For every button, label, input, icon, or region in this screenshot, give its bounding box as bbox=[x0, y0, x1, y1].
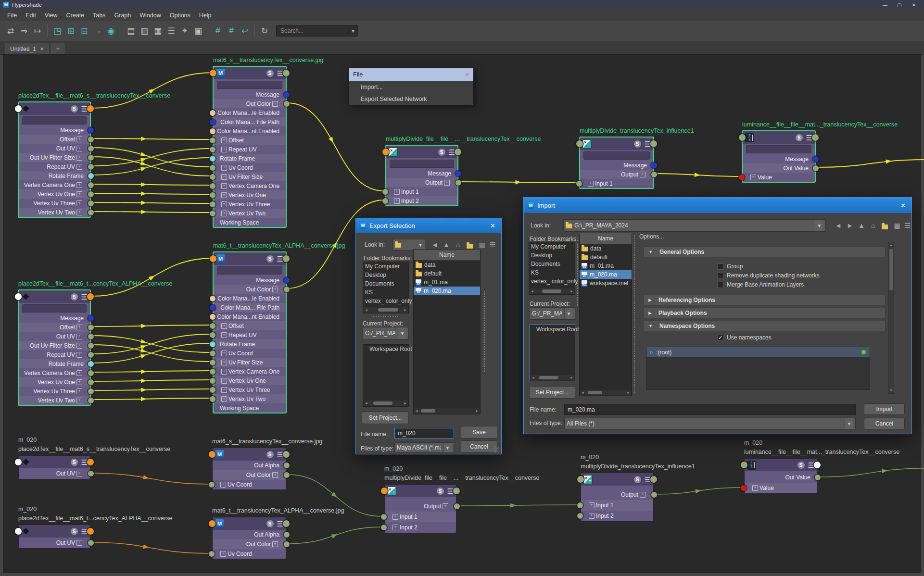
expand-plus-icon[interactable]: + bbox=[392, 525, 398, 530]
expand-plus-icon[interactable]: + bbox=[76, 164, 82, 170]
window-titlebar[interactable]: M Hypershade — ▢ ✕ bbox=[0, 0, 924, 10]
node-port-vertex-camera-one[interactable]: Vertex Camera One+ bbox=[19, 368, 90, 377]
menu-create[interactable]: Create bbox=[62, 10, 89, 21]
olive-port-dot[interactable] bbox=[88, 182, 94, 188]
expand-plus-icon[interactable]: + bbox=[76, 352, 82, 358]
expand-plus-icon[interactable]: + bbox=[272, 472, 278, 478]
orange-port-dot[interactable] bbox=[210, 70, 216, 76]
splitter-handle[interactable] bbox=[372, 316, 399, 317]
node-title-field[interactable] bbox=[386, 158, 457, 169]
node-port-uv-filter-size[interactable]: +Uv Filter Size bbox=[214, 358, 286, 367]
node-port-out-value[interactable]: Out Value bbox=[743, 163, 815, 173]
olive-port-dot[interactable] bbox=[88, 471, 94, 476]
shader-node-m020-multdiv-file[interactable]: ×÷S☰Output++Input 1+Input 2 bbox=[384, 484, 456, 533]
node-header[interactable]: MS☰ bbox=[214, 252, 286, 265]
expand-plus-icon[interactable]: + bbox=[76, 370, 82, 376]
expand-plus-icon[interactable]: + bbox=[221, 201, 227, 207]
grid-options-icon[interactable]: # bbox=[225, 25, 238, 37]
node-port-uv-coord[interactable]: +Uv Coord bbox=[214, 349, 286, 358]
red-port-dot[interactable] bbox=[739, 175, 745, 180]
node-port-input-1[interactable]: +Input 1 bbox=[385, 512, 456, 522]
orange-port-dot[interactable] bbox=[209, 451, 215, 458]
expand-plus-icon[interactable]: + bbox=[76, 210, 82, 215]
regraph-icon[interactable]: ↻ bbox=[258, 25, 271, 37]
bookmark-item-ks[interactable]: KS bbox=[363, 288, 408, 297]
expand-plus-icon[interactable]: + bbox=[750, 175, 756, 180]
shader-node-m020-place2d-s[interactable]: ❖S☰Out UV+ bbox=[18, 455, 90, 479]
node-port-message[interactable]: Message bbox=[19, 313, 90, 323]
set-project-button[interactable]: Set Project... bbox=[362, 412, 409, 424]
swatch-badge-icon[interactable]: S bbox=[71, 528, 78, 535]
node-port-message[interactable]: Message bbox=[386, 169, 457, 178]
node-port-uv-coord[interactable]: +Uv Coord bbox=[213, 549, 286, 559]
node-menu-icon[interactable]: ☰ bbox=[277, 451, 283, 458]
node-title-field[interactable] bbox=[580, 150, 653, 161]
olive-port-dot[interactable] bbox=[210, 147, 215, 152]
file-menu-item-import-[interactable]: Import... bbox=[349, 81, 473, 93]
node-port-color-mana-le-enabled[interactable]: Color Mana...le Enabled bbox=[214, 108, 286, 117]
node-port-vertex-uv-two[interactable]: +Vertex Uv Two bbox=[214, 394, 286, 403]
show-input-output-connections-icon[interactable]: ⇄ bbox=[4, 25, 17, 37]
close-icon[interactable]: ✕ bbox=[465, 72, 469, 78]
node-port-color-mana-file-path[interactable]: Color Mana... File Path bbox=[214, 303, 286, 312]
shader-node-m020-multdiv-infl[interactable]: ×÷S☰Output++Input 1+Input 2 bbox=[581, 473, 654, 522]
node-port-message[interactable]: Message bbox=[743, 154, 815, 163]
menu-help[interactable]: Help bbox=[195, 10, 216, 21]
look-in-combo[interactable]: G:\_PR_MAYA_2024 ▼ bbox=[563, 219, 826, 232]
node-port-repeat-uv[interactable]: Repeat UV+ bbox=[19, 162, 90, 171]
expand-plus-icon[interactable]: + bbox=[221, 323, 227, 329]
node-menu-icon[interactable]: ☰ bbox=[277, 70, 283, 77]
node-menu-icon[interactable]: ☰ bbox=[81, 293, 88, 301]
expand-plus-icon[interactable]: + bbox=[76, 146, 82, 151]
orange-port-dot[interactable] bbox=[209, 520, 215, 527]
olive-port-dot[interactable] bbox=[381, 525, 387, 530]
node-port-out-color[interactable]: Out Color+ bbox=[213, 539, 286, 549]
olive-port-dot[interactable] bbox=[210, 192, 215, 198]
workspace-list[interactable]: Workspace Root ◄► bbox=[363, 344, 409, 407]
olive-port-dot[interactable] bbox=[88, 352, 94, 358]
node-header[interactable]: ×÷S☰ bbox=[581, 473, 653, 486]
node-port-out-color[interactable]: Out Color+ bbox=[214, 99, 286, 108]
menu-file[interactable]: File bbox=[3, 10, 21, 21]
olive-port-dot[interactable] bbox=[284, 472, 290, 478]
open-new-window-icon[interactable]: ▣ bbox=[192, 25, 204, 37]
node-header[interactable]: ×÷S☰ bbox=[580, 138, 653, 150]
orange-port-dot[interactable] bbox=[381, 488, 388, 494]
olive-port-dot[interactable] bbox=[88, 146, 94, 151]
menu-view[interactable]: View bbox=[40, 10, 62, 21]
swatch-badge-icon[interactable]: S bbox=[634, 140, 641, 148]
node-port-out-uv-filter-size[interactable]: Out Uv Filter Size+ bbox=[19, 341, 90, 350]
olive-port-dot[interactable] bbox=[739, 134, 746, 141]
node-port-out-alpha[interactable]: Out Alpha bbox=[213, 461, 286, 470]
expand-plus-icon[interactable]: + bbox=[394, 189, 400, 195]
add-tab-button[interactable]: + bbox=[51, 43, 64, 54]
general-options-section[interactable]: ▼ General Options bbox=[643, 247, 886, 257]
expand-plus-icon[interactable]: + bbox=[220, 482, 226, 488]
olive-port-dot[interactable] bbox=[284, 101, 290, 107]
namespace-list[interactable]: ▷ :(root) bbox=[646, 347, 870, 390]
olive-port-dot[interactable] bbox=[576, 181, 582, 187]
node-port-vertex-camera-one[interactable]: +Vertex Camera One bbox=[214, 367, 286, 376]
swatch-badge-icon[interactable]: S bbox=[797, 462, 805, 469]
swatch-badge-icon[interactable]: S bbox=[796, 134, 803, 141]
node-port-input-2[interactable]: +Input 2 bbox=[386, 196, 457, 205]
node-port-vertex-uv-one[interactable]: Vertex Uv One+ bbox=[19, 377, 90, 387]
olive-port-dot[interactable] bbox=[88, 379, 94, 385]
node-port-value[interactable]: +Value bbox=[743, 173, 815, 182]
referencing-options-section[interactable]: ▶ Referencing Options bbox=[643, 295, 886, 305]
node-title-field[interactable] bbox=[743, 144, 815, 154]
white-port-dot[interactable] bbox=[15, 528, 22, 535]
vertical-scrollbar[interactable]: ▲ ▼ bbox=[888, 242, 894, 394]
swatch-badge-icon[interactable]: S bbox=[266, 70, 274, 77]
node-port-vertex-camera-one[interactable]: Vertex Camera One+ bbox=[19, 180, 90, 189]
orange-port-dot[interactable] bbox=[87, 459, 94, 465]
cyan-port-dot[interactable] bbox=[210, 156, 215, 162]
node-port-working-space[interactable]: Working Space bbox=[214, 218, 286, 227]
peach-port-dot[interactable] bbox=[210, 314, 215, 320]
shader-node-file-s[interactable]: MS☰MessageOut Color+Color Mana...le Enab… bbox=[213, 66, 287, 228]
node-port-rotate-frame[interactable]: Rotate Frame bbox=[19, 171, 90, 180]
current-project-combo[interactable]: G:/_PR_MAYA_ ▼ bbox=[530, 307, 575, 320]
olive-port-dot[interactable] bbox=[284, 287, 290, 292]
node-port-input-1[interactable]: +Input 1 bbox=[581, 500, 653, 511]
group-checkbox[interactable] bbox=[717, 263, 723, 270]
